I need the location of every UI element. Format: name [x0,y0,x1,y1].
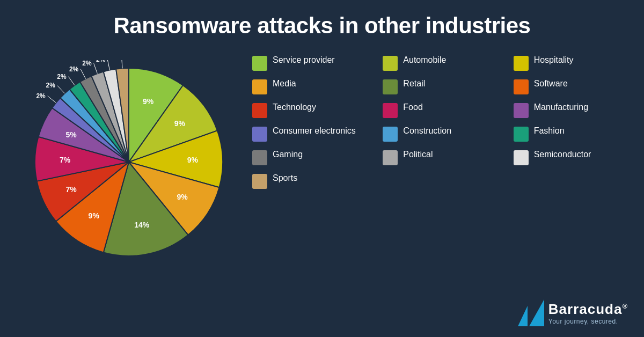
legend-item: Semiconductor [514,149,628,165]
page-title: Ransomware attacks in other industries [0,0,644,44]
legend-item: Technology [252,102,367,118]
svg-line-15 [80,69,85,79]
svg-line-9 [48,96,56,103]
legend-item: Sports [252,173,367,189]
legend-color-box [252,56,267,71]
legend-color-box [514,150,529,165]
legend-label: Technology [273,102,316,113]
svg-line-19 [107,60,109,70]
legend-label: Gaming [273,149,303,160]
pie-chart: 9%9%9%9%14%9%7%7%5%2%2%2%2%2%2%2% [27,60,231,264]
brand-name: Barracuda® [548,301,628,318]
legend-item: Construction [383,126,497,142]
fin-left-icon [518,306,528,326]
legend-item: Consumer electronics [252,126,367,142]
chart-container: 9%9%9%9%14%9%7%7%5%2%2%2%2%2%2%2% [16,49,241,275]
legend-color-box [514,127,529,142]
svg-text:2%: 2% [82,60,92,67]
svg-text:2%: 2% [57,73,67,80]
fin-right-icon [529,299,544,326]
svg-text:7%: 7% [60,156,71,164]
svg-text:9%: 9% [143,97,154,106]
svg-text:7%: 7% [65,185,77,194]
svg-text:9%: 9% [187,156,199,164]
legend: Service providerAutomobileHospitalityMed… [252,49,628,189]
legend-color-box [252,79,267,94]
legend-label: Construction [403,126,451,137]
legend-item: Political [383,149,497,165]
legend-color-box [383,79,398,94]
legend-color-box [383,103,398,118]
legend-label: Manufacturing [534,102,588,113]
svg-text:2%: 2% [110,60,120,61]
legend-item: Software [514,78,628,94]
svg-line-11 [57,85,65,93]
legend-label: Consumer electronics [273,126,356,137]
legend-color-box [252,103,267,118]
legend-item: Media [252,78,367,94]
legend-item: Retail [383,78,497,94]
legend-color-box [514,56,529,71]
barracuda-fins-icon [518,299,544,326]
legend-label: Sports [273,173,297,184]
legend-color-box [383,127,398,142]
svg-text:14%: 14% [134,221,150,229]
svg-text:5%: 5% [65,130,77,139]
legend-color-box [252,127,267,142]
legend-label: Service provider [273,55,335,66]
legend-color-box [514,103,529,118]
barracuda-text: Barracuda® Your journey, secured. [548,301,628,325]
legend-item: Hospitality [514,55,628,71]
svg-text:2%: 2% [96,60,106,63]
legend-label: Automobile [403,55,446,66]
svg-line-21 [122,60,122,68]
legend-label: Hospitality [534,55,574,66]
legend-label: Retail [403,78,425,90]
legend-color-box [252,150,267,165]
svg-line-17 [94,63,98,74]
legend-item: Service provider [252,55,367,71]
legend-label: Semiconductor [534,149,591,160]
legend-label: Fashion [534,126,565,137]
legend-label: Food [403,102,422,113]
legend-label: Media [273,78,296,90]
legend-item: Manufacturing [514,102,628,118]
svg-text:2%: 2% [69,65,79,73]
svg-text:9%: 9% [174,119,186,128]
barracuda-logo: Barracuda® Your journey, secured. [518,299,628,326]
svg-text:2%: 2% [46,82,56,89]
brand-tagline: Your journey, secured. [548,318,628,325]
legend-item: Gaming [252,149,367,165]
legend-item: Food [383,102,497,118]
legend-label: Political [403,149,433,160]
legend-color-box [383,150,398,165]
legend-item: Fashion [514,126,628,142]
main-content: 9%9%9%9%14%9%7%7%5%2%2%2%2%2%2%2% Servic… [0,44,644,280]
svg-text:9%: 9% [177,193,188,201]
legend-color-box [514,79,529,94]
svg-line-13 [69,77,75,85]
legend-color-box [383,56,398,71]
svg-text:9%: 9% [89,211,100,220]
svg-text:2%: 2% [36,92,46,100]
legend-color-box [252,174,267,189]
legend-item: Automobile [383,55,497,71]
legend-label: Software [534,78,568,90]
